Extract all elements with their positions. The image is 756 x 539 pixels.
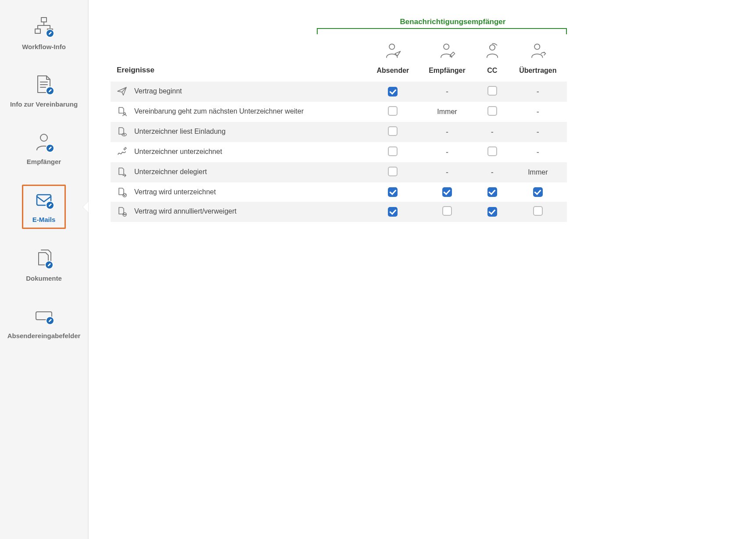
cell-dash: - [537,87,539,96]
cc-icon [479,42,505,62]
event-row-icon [117,106,127,117]
notification-cell: - [509,122,567,142]
notification-cell: - [419,122,476,142]
notification-checkbox[interactable] [487,187,497,197]
col-label: Empfänger [429,67,466,74]
app-root: Workflow-Info Info zur Vereinbarung [0,0,756,539]
notification-cell [419,182,476,202]
event-cell: Vertrag wird annulliert/verweigert [111,202,367,221]
notification-cell: - [509,82,567,102]
notification-cell [476,202,509,222]
notification-checkbox[interactable] [487,146,497,156]
notification-checkbox[interactable] [388,187,398,197]
sidebar-item-label: Dokumente [26,275,62,282]
notification-checkbox[interactable] [533,206,543,216]
notification-checkbox[interactable] [487,86,497,96]
notification-checkbox[interactable] [388,126,398,136]
event-cell: Vertrag beginnt [111,82,367,101]
notification-cell: - [419,162,476,182]
cell-dash: - [491,168,494,177]
documents-icon [33,248,54,271]
sidebar-item-emails[interactable]: E-Mails [22,185,66,229]
event-row-icon [117,126,127,137]
notification-cell: - [509,142,567,162]
notification-cell [367,162,419,182]
notification-checkbox[interactable] [487,106,497,116]
notification-cell [476,102,509,122]
notification-checkbox[interactable] [388,207,398,217]
event-label: Vertrag beginnt [134,87,182,95]
notification-checkbox[interactable] [487,207,497,217]
sidebar-item-label: Empfänger [27,158,61,165]
notification-checkbox[interactable] [442,206,452,216]
event-row-icon [117,167,127,177]
notification-cell [509,182,567,202]
event-row-icon [117,206,127,217]
notification-checkbox[interactable] [388,106,398,116]
event-row-icon [117,146,127,157]
event-row-icon [117,187,127,197]
sender-icon [371,42,415,62]
transfer-icon [512,42,563,62]
svg-point-13 [534,44,540,49]
notification-cell: - [476,122,509,142]
table-row: Unterzeichner delegiert--Immer [111,162,567,182]
event-cell: Unterzeichner delegiert [111,162,367,182]
notification-cell: - [476,162,509,182]
notification-cell [367,202,419,222]
recipients-heading: Benachrichtigungsempfänger [339,18,567,26]
user-icon [33,132,54,154]
event-cell: Unterzeichner liest Einladung [111,122,367,141]
table-row: Vertrag wird unterzeichnet [111,182,567,202]
cell-dash: - [491,128,494,136]
notification-cell [509,202,567,222]
event-label: Unterzeichner unterzeichnet [134,148,222,156]
sidebar-item-agreement-info[interactable]: Info zur Vereinbarung [4,70,84,112]
table-row: Unterzeichner liest Einladung--- [111,122,567,142]
svg-point-11 [444,44,449,49]
sidebar-item-workflow-info[interactable]: Workflow-Info [4,12,84,55]
col-cc: CC [476,38,509,82]
col-uebertragen: Übertragen [509,38,567,82]
cell-dash: - [446,168,448,177]
col-label: Übertragen [519,67,556,74]
event-cell: Vertrag wird unterzeichnet [111,182,367,202]
recipients-bracket [317,28,567,34]
svg-point-10 [390,44,395,49]
document-icon [33,74,54,97]
svg-point-16 [124,134,125,136]
sidebar-item-label: Info zur Vereinbarung [10,100,78,108]
svg-point-12 [490,45,495,50]
cell-dash: - [537,128,539,136]
notification-cell [476,142,509,162]
notification-cell [367,182,419,202]
col-label: CC [487,67,497,74]
cell-text: Immer [528,168,548,176]
notification-cell [476,182,509,202]
sidebar-item-documents[interactable]: Dokumente [4,244,84,286]
main-content: Benachrichtigungsempfänger Ereignisse [89,0,756,539]
notification-cell: - [419,82,476,102]
sidebar-item-label: Workflow-Info [22,43,66,50]
notification-checkbox[interactable] [388,87,398,96]
cell-dash: - [537,107,539,116]
cell-dash: - [446,148,448,157]
table-body: Vertrag beginnt--Vereinbarung geht zum n… [111,82,567,222]
cell-dash: - [446,87,448,96]
notification-cell: Immer [509,162,567,182]
notification-checkbox[interactable] [533,187,543,197]
notification-checkbox[interactable] [388,167,398,176]
svg-point-14 [124,113,125,114]
event-cell: Vereinbarung geht zum nächsten Unterzeic… [111,102,367,121]
notification-checkbox[interactable] [442,187,452,197]
table-row: Vertrag wird annulliert/verweigert [111,202,567,222]
notification-cell: Immer [419,102,476,122]
notification-checkbox[interactable] [388,146,398,156]
svg-rect-2 [35,29,40,33]
workflow-icon [33,17,54,39]
sidebar-item-sender-input-fields[interactable]: Absendereingabefelder [4,301,84,344]
event-label: Vertrag wird annulliert/verweigert [134,207,236,215]
table-row: Vertrag beginnt-- [111,82,567,102]
sidebar-item-recipients[interactable]: Empfänger [4,127,84,170]
cell-dash: - [446,128,448,136]
